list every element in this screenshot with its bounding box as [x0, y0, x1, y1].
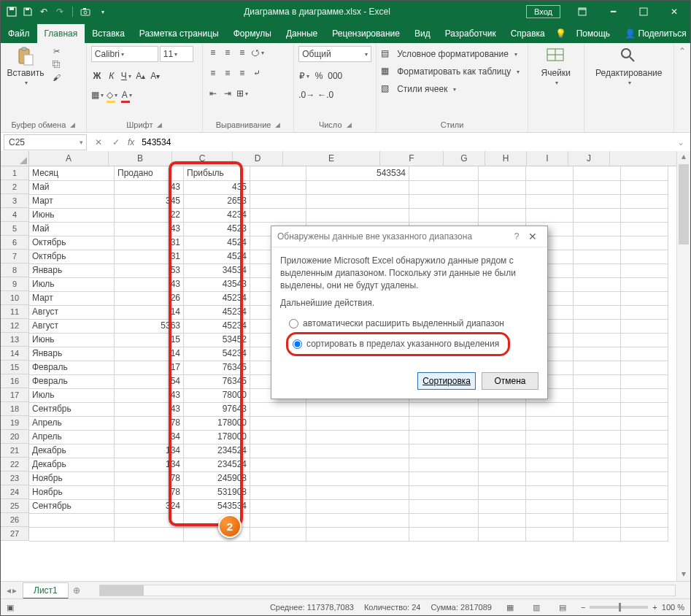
cell[interactable]	[250, 499, 306, 514]
cell[interactable]	[306, 430, 409, 444]
border-button[interactable]: ▦▾	[91, 88, 104, 101]
zoom-slider[interactable]	[590, 606, 648, 609]
cell[interactable]	[574, 361, 621, 375]
cell[interactable]: 43543	[184, 277, 250, 292]
cell[interactable]: 76345	[184, 361, 250, 375]
cell[interactable]: 45234	[184, 291, 250, 306]
cell[interactable]: 14	[115, 305, 184, 320]
cell[interactable]	[621, 499, 668, 514]
fx-icon[interactable]: fx	[125, 137, 137, 147]
font-name-combo[interactable]: Calibri▾	[91, 46, 158, 62]
cell[interactable]: Сентябрь	[29, 402, 115, 417]
cell[interactable]: 43	[115, 277, 184, 292]
cell[interactable]: Февраль	[29, 374, 115, 389]
decrease-indent-icon[interactable]: ⇤	[207, 87, 219, 100]
tab-вставка[interactable]: Вставка	[85, 24, 132, 43]
cell[interactable]	[621, 180, 668, 195]
cell[interactable]	[526, 194, 574, 209]
column-header[interactable]: D	[233, 151, 283, 166]
number-format-combo[interactable]: Общий▾	[298, 46, 371, 62]
zoom-in-icon[interactable]: +	[652, 603, 657, 612]
zoom-level[interactable]: 100 %	[662, 603, 684, 612]
help-link[interactable]: Помощь	[569, 24, 617, 43]
view-page-layout-icon[interactable]: ▥	[528, 603, 544, 612]
cell[interactable]: Июнь	[29, 333, 115, 347]
cell[interactable]	[479, 430, 526, 444]
cell[interactable]	[574, 458, 621, 472]
radio-expand[interactable]: автоматически расширить выделенный диапа…	[286, 315, 538, 332]
cell-styles-button[interactable]: ▧Стили ячеек▾	[381, 81, 456, 97]
cell[interactable]: 53	[115, 263, 184, 278]
tab-разметка страницы[interactable]: Разметка страницы	[132, 24, 226, 43]
tell-me-icon[interactable]: 💡	[552, 24, 569, 43]
cell[interactable]	[250, 430, 306, 444]
cell[interactable]: 234524	[184, 444, 250, 458]
cell[interactable]	[250, 527, 306, 542]
cell[interactable]	[621, 471, 668, 486]
cell[interactable]	[306, 402, 409, 417]
column-header[interactable]: A	[29, 151, 109, 166]
column-header[interactable]: E	[283, 151, 380, 166]
cell[interactable]	[574, 333, 621, 347]
cell[interactable]: Апрель	[29, 430, 115, 444]
cell[interactable]	[621, 305, 668, 320]
row-header[interactable]: 10	[1, 291, 29, 305]
dialog-launcher-icon[interactable]: ◢	[70, 121, 75, 128]
cell[interactable]	[306, 444, 409, 458]
cell[interactable]	[115, 513, 184, 528]
cell[interactable]	[306, 180, 409, 195]
conditional-formatting-button[interactable]: ▤Условное форматирование▾	[381, 46, 517, 62]
cell[interactable]	[526, 499, 574, 514]
cell[interactable]	[574, 347, 621, 361]
cell[interactable]	[526, 471, 574, 486]
cell[interactable]: 31	[115, 236, 184, 250]
ribbon-options-icon[interactable]	[568, 1, 597, 23]
cell[interactable]	[306, 513, 409, 528]
cell[interactable]	[574, 374, 621, 389]
cell[interactable]: 4524	[184, 236, 250, 250]
cell[interactable]	[574, 402, 621, 417]
cell[interactable]	[115, 527, 184, 542]
cell[interactable]: 178000	[184, 430, 250, 444]
radio-within-selection[interactable]: сортировать в пределах указанного выделе…	[290, 336, 502, 353]
formula-input[interactable]	[137, 137, 671, 147]
orientation-icon[interactable]: ⭯▾	[251, 46, 264, 59]
zoom-out-icon[interactable]: −	[581, 603, 585, 612]
cell[interactable]	[479, 180, 526, 195]
row-header[interactable]: 26	[1, 513, 29, 527]
cell[interactable]	[621, 166, 668, 181]
cell[interactable]: 14	[115, 347, 184, 361]
cell[interactable]: 76345	[184, 374, 250, 389]
font-color-button[interactable]: A▾	[121, 88, 133, 101]
autosave-icon[interactable]	[7, 7, 17, 17]
cell[interactable]: Март	[29, 291, 115, 306]
cell[interactable]	[29, 513, 115, 528]
cell[interactable]	[526, 166, 574, 181]
cell[interactable]	[621, 527, 668, 542]
cell[interactable]	[479, 194, 526, 209]
align-center-icon[interactable]: ≡	[222, 66, 233, 80]
cell[interactable]	[479, 499, 526, 514]
cell[interactable]: 4234	[184, 208, 250, 223]
cell[interactable]	[574, 208, 621, 223]
cell[interactable]	[306, 194, 409, 209]
cancel-formula-icon[interactable]: ✕	[90, 137, 107, 147]
cell[interactable]: Февраль	[29, 361, 115, 375]
cell[interactable]	[621, 291, 668, 306]
cell[interactable]: Январь	[29, 347, 115, 361]
row-header[interactable]: 20	[1, 430, 29, 444]
cell[interactable]	[409, 180, 479, 195]
row-header[interactable]: 11	[1, 305, 29, 319]
cell[interactable]: 43	[115, 180, 184, 195]
decrease-font-icon[interactable]: A▾	[150, 69, 161, 82]
cell[interactable]	[621, 402, 668, 417]
column-header[interactable]: G	[444, 151, 485, 166]
cell[interactable]: 53452	[184, 333, 250, 347]
cell[interactable]	[250, 402, 306, 417]
copy-icon[interactable]: ⿻	[50, 59, 62, 69]
cell[interactable]	[621, 361, 668, 375]
cell[interactable]	[526, 208, 574, 223]
comma-icon[interactable]: 000	[328, 69, 342, 82]
row-header[interactable]: 5	[1, 222, 29, 236]
row-header[interactable]: 18	[1, 402, 29, 416]
